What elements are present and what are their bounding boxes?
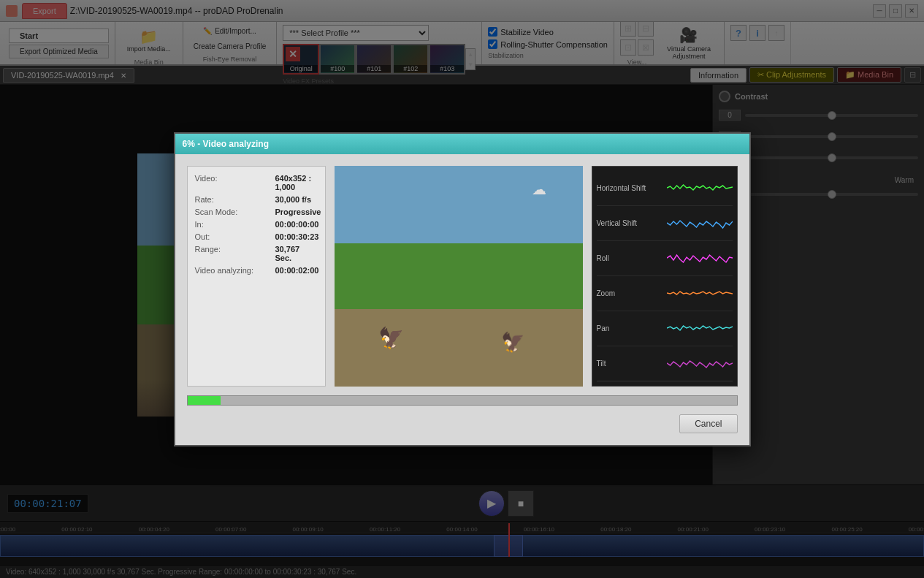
info-video: Video: 640x352 : 1,000 xyxy=(195,174,318,191)
modal-title: 6% - Video analyzing xyxy=(183,139,269,149)
modal-overlay: 6% - Video analyzing Video: 640x352 : 1,… xyxy=(0,0,924,578)
graph-horizontal-shift: Horizontal Shift xyxy=(597,171,733,206)
cancel-wrap: Cancel xyxy=(187,414,738,433)
cancel-button[interactable]: Cancel xyxy=(679,414,737,433)
graph-zoom: Zoom xyxy=(597,276,733,311)
graph-vertical-shift: Vertical Shift xyxy=(597,206,733,241)
bird-2: 🦅 xyxy=(501,331,524,354)
graph-roll: Roll xyxy=(597,241,733,276)
bird-1: 🦅 xyxy=(378,326,404,350)
modal-video-preview: 🦅 🦅 ☁ xyxy=(335,166,583,387)
graph-pan: Pan xyxy=(597,311,733,346)
modal-titlebar: 6% - Video analyzing xyxy=(175,134,749,154)
info-out: Out: 00:00:30:23 xyxy=(195,232,318,241)
info-panel: Video: 640x352 : 1,000 Rate: 30,000 f/s … xyxy=(187,166,326,387)
info-rate: Rate: 30,000 f/s xyxy=(195,195,318,204)
cloud: ☁ xyxy=(532,180,546,198)
progress-bar-bg xyxy=(187,395,738,406)
graph-tilt: Tilt xyxy=(597,346,733,381)
graph-panel: Horizontal Shift Vertical Shift xyxy=(592,166,738,387)
info-in: In: 00:00:00:00 xyxy=(195,220,318,229)
modal-dialog: 6% - Video analyzing Video: 640x352 : 1,… xyxy=(174,132,751,446)
progress-container xyxy=(187,395,738,406)
modal-body: Video: 640x352 : 1,000 Rate: 30,000 f/s … xyxy=(175,154,749,445)
info-range: Range: 30,767 Sec. xyxy=(195,245,318,262)
info-analyzing: Video analyzing: 00:00:02:00 xyxy=(195,266,318,275)
info-scan: Scan Mode: Progressive xyxy=(195,208,318,216)
progress-fill xyxy=(188,396,221,405)
